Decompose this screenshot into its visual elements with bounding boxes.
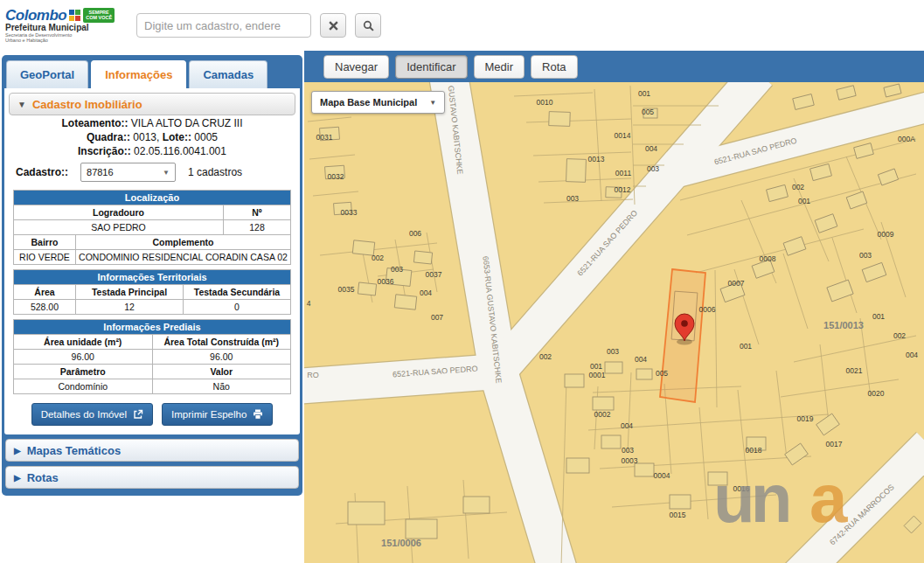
testada-secundaria-header: Testada Secundária [183, 285, 290, 299]
map-canvas[interactable]: 0031003200330020060030035003600370040074… [304, 82, 924, 563]
watermark-una: un [713, 460, 789, 537]
rotas-header[interactable]: ▶ Rotas [5, 466, 299, 489]
logo-name: Colombo [5, 8, 66, 24]
parcel-label: 0037 [426, 270, 442, 279]
cadastro-imobiliario-header[interactable]: ▼ Cadastro Imobiliário [9, 93, 295, 115]
parcel-label: 0009 [878, 230, 894, 239]
header: Colombo SEMPRE COM VOCÊ Prefeitura Munic… [0, 0, 924, 51]
table-row: 528.00 12 0 [14, 299, 290, 314]
logradouro-header: Logradouro [14, 205, 223, 219]
cadastro-title: Cadastro Imobiliário [32, 98, 142, 111]
map-toolbar: Navegar Identificar Medir Rota [304, 51, 924, 82]
basemap-select[interactable]: Mapa Base Municipal ▼ [311, 91, 445, 114]
testada-principal-header: Testada Principal [75, 285, 183, 299]
colombo-logo: Colombo SEMPRE COM VOCÊ Prefeitura Munic… [5, 8, 128, 44]
detalhes-imovel-button[interactable]: Detalhes do Imóvel [31, 403, 153, 426]
building-footprint [565, 374, 584, 387]
inscricao-value: 02.05.116.0041.001 [134, 145, 226, 157]
parcel-label: 003 [859, 251, 872, 260]
parcel-label: 0033 [341, 208, 358, 217]
tab-camadas[interactable]: Camadas [189, 60, 267, 88]
cadastro-select-value: 87816 [87, 167, 114, 177]
street-label: RO [307, 371, 319, 379]
parcel-label: 002 [792, 183, 804, 191]
prediais-table: Informações Prediais Área unidade (m²) Á… [13, 319, 291, 394]
bairro-header: Bairro [14, 235, 75, 249]
valor-value: Não [152, 379, 291, 393]
sidebar: GeoPortal Informações Camadas ▼ Cadastro… [0, 51, 304, 563]
parcel-label: 0004 [654, 471, 670, 480]
parcel-label: 004 [635, 355, 647, 364]
search-input[interactable] [136, 13, 311, 38]
clear-search-button[interactable] [320, 13, 346, 38]
expand-icon: ▶ [14, 473, 21, 483]
chevron-down-icon: ▼ [429, 99, 436, 107]
cadastro-select[interactable]: 87816 ▼ [80, 163, 176, 182]
search-icon [363, 20, 374, 31]
parcel-label: 0002 [594, 410, 611, 419]
parametro-header: Parâmetro [14, 365, 152, 379]
building-footprint [406, 519, 437, 539]
area-value: 528.00 [14, 300, 75, 314]
building-footprint [593, 397, 614, 410]
building-footprint [358, 282, 376, 295]
logo-badge: SEMPRE COM VOCÊ [83, 8, 115, 24]
rota-button[interactable]: Rota [531, 55, 577, 79]
search-button[interactable] [355, 13, 381, 38]
numero-value: 128 [223, 220, 290, 234]
building-footprint [348, 502, 385, 525]
parcel-label: 0021 [846, 366, 863, 375]
building-footprint [636, 369, 652, 379]
app-root: Colombo SEMPRE COM VOCÊ Prefeitura Munic… [0, 0, 924, 563]
building-footprint [670, 495, 691, 509]
table-row: 96.00 96.00 [14, 349, 290, 364]
parcel-label: 0006 [699, 305, 716, 314]
area-total-value: 96.00 [152, 350, 291, 364]
lote-value: 0005 [194, 131, 218, 143]
logo-dept-line2: Urbano e Habitação [5, 38, 128, 44]
watermark-una-accent: a [809, 460, 848, 537]
prediais-header: Informações Prediais [14, 320, 290, 334]
parcel-label: 0032 [328, 172, 344, 181]
map-area: Navegar Identificar Medir Rota 003100320… [304, 51, 924, 563]
tab-geoportal[interactable]: GeoPortal [6, 60, 88, 88]
building-footprint [566, 159, 587, 183]
parcel-label: 007 [431, 313, 443, 322]
area-total-header: Área Total Construída (m²) [152, 335, 291, 349]
mapas-tematicos-label: Mapas Temáticos [27, 444, 121, 457]
parcel-label: 0008 [760, 254, 776, 263]
identificar-button[interactable]: Identificar [395, 55, 467, 79]
inscricao-label: Inscrição:: [78, 145, 131, 157]
building-footprint [463, 497, 490, 513]
parcel-label: 0019 [797, 414, 814, 423]
localizacao-table: Localização Logradouro Nº SAO PEDRO 128 … [13, 190, 291, 265]
navegar-button[interactable]: Navegar [323, 55, 389, 79]
building-footprint [549, 112, 571, 127]
parcel-label: 0007 [728, 279, 745, 288]
parcel-label: 005 [656, 369, 668, 378]
parcel-label: 0001 [589, 371, 606, 379]
parcel-label: 0017 [826, 440, 843, 448]
table-row: Área unidade (m²) Área Total Construída … [14, 334, 290, 349]
parcel-label: 002 [539, 352, 552, 361]
expand-icon: ▶ [14, 446, 21, 455]
valor-header: Valor [152, 365, 291, 379]
sidebar-wrapper: GeoPortal Informações Camadas ▼ Cadastro… [2, 55, 302, 496]
parcel-label: 0012 [615, 185, 631, 194]
quadra-value: 0013, [133, 131, 159, 143]
mapas-tematicos-header[interactable]: ▶ Mapas Temáticos [5, 439, 299, 462]
parcel-label: 0010 [537, 98, 553, 107]
imprimir-espelho-button[interactable]: Imprimir Espelho [162, 403, 273, 426]
parcel-label: 0015 [670, 511, 686, 519]
parcel-label: 006 [409, 229, 421, 238]
lote-label: Lote:: [163, 131, 191, 143]
panel-buttons: Detalhes do Imóvel Imprimir Espelho [12, 403, 292, 426]
medir-button[interactable]: Medir [474, 55, 525, 79]
parcel-label: 003 [391, 265, 403, 274]
tab-informacoes[interactable]: Informações [91, 60, 186, 88]
complemento-header: Complemento [75, 235, 290, 249]
table-row: Parâmetro Valor [14, 364, 290, 379]
parcel-label: 004 [906, 351, 918, 359]
parcel-label: 0014 [615, 131, 631, 140]
external-link-icon [133, 409, 143, 420]
